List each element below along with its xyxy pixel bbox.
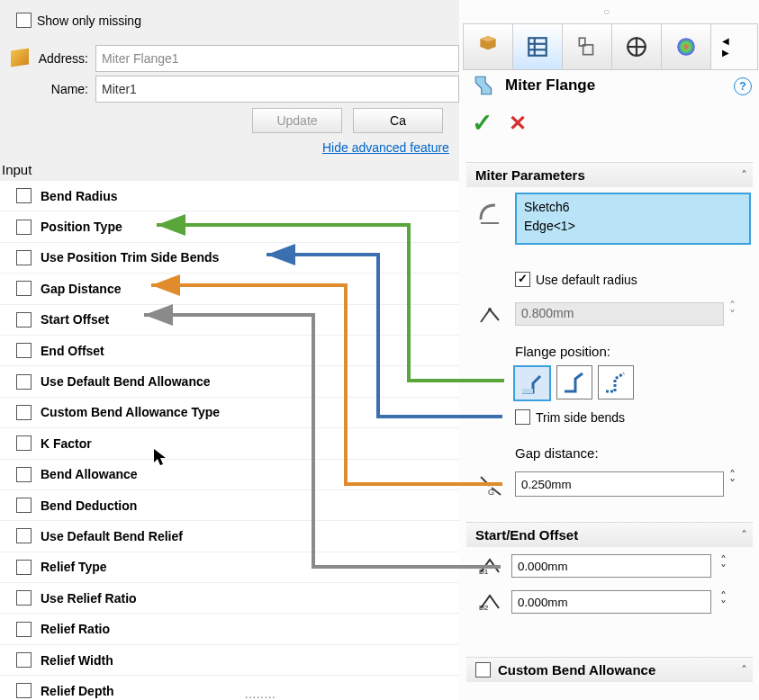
input-row[interactable]: End Offset xyxy=(0,335,459,365)
input-row[interactable]: Bend Radius xyxy=(0,180,459,211)
svg-rect-0 xyxy=(529,38,547,56)
input-checkbox[interactable] xyxy=(16,498,32,513)
input-checkbox[interactable] xyxy=(16,590,32,606)
input-row[interactable]: Relief Ratio xyxy=(0,613,459,643)
input-checkbox[interactable] xyxy=(16,312,32,328)
panel-grip-icon[interactable]: ○ xyxy=(603,5,610,18)
property-manager-panel: ○ ◀▶ Miter Flange ? xyxy=(459,0,759,700)
cube-icon xyxy=(11,49,29,67)
input-row[interactable]: Relief Type xyxy=(0,552,459,582)
hide-advanced-feature-link[interactable]: Hide advanced feature xyxy=(322,140,449,155)
input-checkbox[interactable] xyxy=(16,528,32,543)
input-checkbox[interactable] xyxy=(16,683,32,698)
input-row[interactable]: Bend Allowance xyxy=(0,459,459,489)
input-header: Input xyxy=(2,162,32,177)
tab-scroll-arrows[interactable]: ◀▶ xyxy=(711,24,740,69)
selection-item-2[interactable]: Edge<1> xyxy=(524,217,742,236)
cancel-x-button[interactable]: ✕ xyxy=(509,111,527,136)
tab-display-manager[interactable] xyxy=(662,24,711,69)
input-row[interactable]: Gap Distance xyxy=(0,273,459,303)
input-label: K Factor xyxy=(41,436,92,451)
input-label: Gap Distance xyxy=(41,282,121,296)
trim-side-bends-checkbox[interactable] xyxy=(515,409,530,425)
input-checkbox[interactable] xyxy=(16,467,32,482)
show-only-missing-row: Show only missing xyxy=(16,13,141,28)
property-manager-title: Miter Flange xyxy=(505,76,595,94)
flange-position-material-inside[interactable] xyxy=(513,365,551,401)
selection-box[interactable]: Sketch6 Edge<1> xyxy=(515,193,751,245)
input-row[interactable]: Bend Deduction xyxy=(0,489,459,520)
input-checkbox[interactable] xyxy=(16,622,32,637)
start-offset-icon: D1 xyxy=(477,556,502,576)
input-row[interactable]: Start Offset xyxy=(0,304,459,335)
show-only-missing-label: Show only missing xyxy=(37,13,141,28)
input-checkbox[interactable] xyxy=(16,220,32,235)
section-custom-bend-allowance[interactable]: Custom Bend Allowance ˄ xyxy=(466,657,753,682)
end-offset-input[interactable] xyxy=(511,590,711,614)
input-row[interactable]: Use Relief Ratio xyxy=(0,582,459,613)
input-checkbox[interactable] xyxy=(16,435,32,451)
flange-position-bend-outside[interactable] xyxy=(598,365,634,399)
profile-sketch-icon xyxy=(475,200,502,227)
input-checkbox[interactable] xyxy=(16,652,32,668)
input-row[interactable]: K Factor xyxy=(0,427,459,458)
custom-bend-allowance-checkbox[interactable] xyxy=(475,662,491,678)
tab-feature-tree[interactable] xyxy=(464,24,513,69)
input-label: Use Relief Ratio xyxy=(41,591,137,606)
update-button[interactable]: Update xyxy=(252,108,342,133)
flange-position-material-outside[interactable] xyxy=(556,365,592,399)
end-offset-spinner[interactable]: ˄˅ xyxy=(720,593,727,611)
input-row[interactable]: Position Type xyxy=(0,211,459,241)
section-miter-parameters[interactable]: Miter Parameters ˄ xyxy=(466,162,753,187)
input-row[interactable]: Use Default Bend Allowance xyxy=(0,365,459,396)
driveworks-dialog: Show only missing Address: Name: Update … xyxy=(0,0,459,700)
svg-point-10 xyxy=(488,308,492,311)
input-label: Bend Allowance xyxy=(41,467,138,481)
input-checkbox[interactable] xyxy=(16,281,32,296)
input-row[interactable]: Use Default Bend Relief xyxy=(0,520,459,551)
svg-text:D1: D1 xyxy=(479,568,489,576)
input-row[interactable]: Custom Bend Allowance Type xyxy=(0,397,459,427)
gap-distance-spinner[interactable]: ˄˅ xyxy=(729,471,736,489)
tab-configuration-manager[interactable] xyxy=(563,24,612,69)
input-row[interactable]: Relief Width xyxy=(0,644,459,675)
input-checkbox[interactable] xyxy=(16,560,32,575)
help-icon[interactable]: ? xyxy=(734,77,752,95)
chevron-up-icon: ˄ xyxy=(741,168,747,183)
selection-item-1[interactable]: Sketch6 xyxy=(524,198,742,217)
section-start-end-offset-label: Start/End Offset xyxy=(475,527,578,543)
input-row[interactable]: Use Position Trim Side Bends xyxy=(0,242,459,273)
tab-property-manager[interactable] xyxy=(513,24,563,69)
input-checkbox[interactable] xyxy=(16,250,32,265)
input-list: Bend RadiusPosition TypeUse Position Tri… xyxy=(0,180,459,700)
use-default-radius-checkbox[interactable] xyxy=(515,272,530,287)
use-default-radius-label: Use default radius xyxy=(536,273,637,287)
show-only-missing-checkbox[interactable] xyxy=(16,13,32,28)
input-checkbox[interactable] xyxy=(16,343,32,358)
feature-manager-tabbar: ◀▶ xyxy=(463,23,758,70)
start-offset-spinner[interactable]: ˄˅ xyxy=(720,557,727,575)
input-label: Relief Depth xyxy=(41,684,114,698)
input-label: Use Position Trim Side Bends xyxy=(41,250,219,265)
section-start-end-offset[interactable]: Start/End Offset ˄ xyxy=(466,522,753,547)
input-label: Relief Ratio xyxy=(41,622,110,636)
input-checkbox[interactable] xyxy=(16,405,32,420)
tab-dim-expert[interactable] xyxy=(612,24,662,69)
input-row[interactable]: Relief Depth xyxy=(0,675,459,700)
svg-text:G: G xyxy=(488,488,494,497)
address-label: Address: xyxy=(36,51,88,66)
name-input[interactable] xyxy=(95,76,459,103)
property-manager-title-row: Miter Flange xyxy=(473,74,595,97)
resize-grip[interactable]: ........ xyxy=(245,688,276,700)
input-checkbox[interactable] xyxy=(16,374,32,390)
ok-button[interactable]: ✓ xyxy=(472,108,492,138)
input-label: Position Type xyxy=(41,220,122,234)
trim-side-bends-label: Trim side bends xyxy=(536,410,625,425)
cancel-button[interactable]: Ca xyxy=(353,108,443,133)
address-input[interactable] xyxy=(95,45,459,72)
input-checkbox[interactable] xyxy=(16,188,32,203)
svg-point-9 xyxy=(677,38,695,56)
chevron-up-icon: ˄ xyxy=(741,663,747,678)
gap-distance-input[interactable] xyxy=(515,471,724,497)
start-offset-input[interactable] xyxy=(511,554,711,578)
